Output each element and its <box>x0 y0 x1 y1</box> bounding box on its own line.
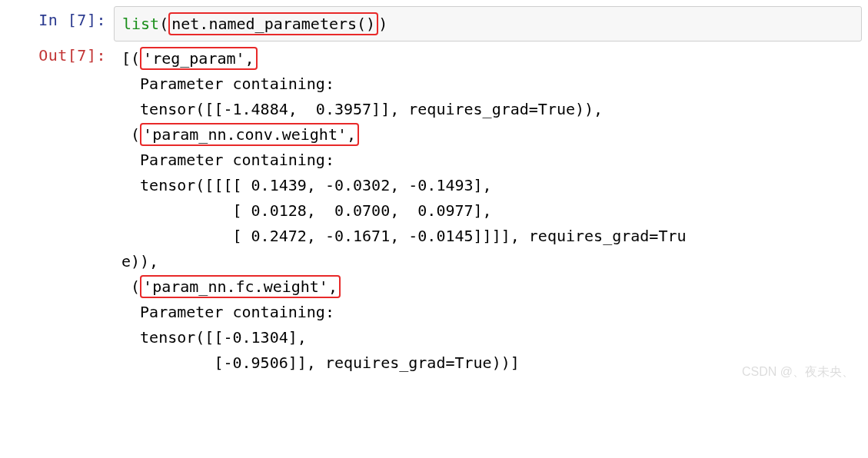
out-line-4-pre: ( <box>121 125 140 144</box>
out-line-11: Parameter containing: <box>121 300 854 325</box>
out-line-13: [-0.9506]], requires_grad=True))] <box>121 350 854 376</box>
highlight-conv-weight: 'param_nn.conv.weight', <box>140 123 359 146</box>
out-line-8: [ 0.2472, -0.1671, -0.0145]]]], requires… <box>121 224 854 249</box>
code-func-list: list <box>122 15 159 33</box>
code-rparen: ) <box>378 15 387 33</box>
output-cell: Out[7]: [('reg_param', Parameter contain… <box>0 41 868 380</box>
out-line-10-pre: ( <box>121 277 140 296</box>
out-line-2: Parameter containing: <box>121 71 854 97</box>
highlight-fc-weight: 'param_nn.fc.weight', <box>140 275 341 298</box>
out-line-5: Parameter containing: <box>121 148 854 173</box>
out-line-12: tensor([[-0.1304], <box>121 325 854 350</box>
out-line-6: tensor([[[[ 0.1439, -0.0302, -0.1493], <box>121 173 854 198</box>
out-line-7: [ 0.0128, 0.0700, 0.0977], <box>121 198 854 224</box>
input-cell: In [7]: list(net.named_parameters()) <box>0 6 868 41</box>
highlight-reg-param: 'reg_param', <box>140 47 258 70</box>
in-prompt: In [7]: <box>0 6 114 41</box>
code-input-area[interactable]: list(net.named_parameters()) <box>114 6 862 41</box>
out-line-3: tensor([[-1.4884, 0.3957]], requires_gra… <box>121 97 854 122</box>
output-area: [('reg_param', Parameter containing: ten… <box>114 41 862 380</box>
out-line-1-pre: [( <box>121 49 140 68</box>
out-line-9: e)), <box>121 249 854 274</box>
highlight-named-parameters: net.named_parameters() <box>168 12 378 35</box>
code-lparen: ( <box>159 15 168 33</box>
out-prompt: Out[7]: <box>0 41 114 380</box>
